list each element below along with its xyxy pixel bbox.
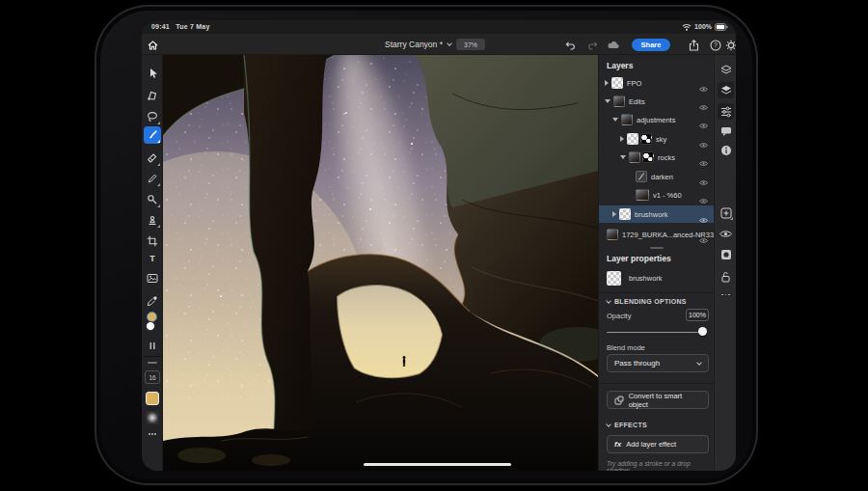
background-color-chip[interactable] xyxy=(146,321,155,331)
flyout-indicator xyxy=(157,122,160,124)
move-tool[interactable] xyxy=(144,65,161,82)
layer-thumbnail xyxy=(627,133,638,145)
layer-row-darken[interactable]: darken xyxy=(599,168,715,185)
panel-drag-handle[interactable] xyxy=(650,247,664,249)
layer-row-sky[interactable]: sky xyxy=(599,130,715,148)
toolbar-more-button[interactable] xyxy=(144,428,161,440)
smudge-tool[interactable] xyxy=(144,191,161,208)
flyout-indicator xyxy=(157,163,160,166)
layer-row-1729-burka[interactable]: 1729_BURKA...anced-NR33 xyxy=(599,226,715,243)
type-tool[interactable]: T xyxy=(144,250,161,267)
app-top-bar: Starry Canyon * 37% Share xyxy=(142,34,736,55)
zoom-level-badge[interactable]: 37% xyxy=(456,39,485,50)
clone-stamp-tool[interactable] xyxy=(144,211,161,229)
crop-tool[interactable] xyxy=(144,232,161,250)
layer-row-brushwork-selected[interactable]: brushwork xyxy=(599,205,715,223)
layer-thumbnail xyxy=(619,208,631,220)
collapse-chevron-icon[interactable] xyxy=(620,155,626,159)
slider-knob[interactable] xyxy=(698,327,707,336)
smart-object-icon xyxy=(614,396,624,405)
lasso-select-tool[interactable] xyxy=(144,108,161,125)
brush-tool[interactable] xyxy=(144,126,161,144)
layer-visibility-icon[interactable] xyxy=(718,226,734,242)
effects-hint-text: Try adding a stroke or a drop shadow. xyxy=(607,460,714,471)
settings-gear-icon[interactable] xyxy=(724,39,736,51)
layers-panel: Layers FPO Edits adjustments xyxy=(598,55,714,471)
vertical-bars-icon[interactable] xyxy=(144,339,161,352)
redo-button[interactable] xyxy=(585,39,598,51)
layer-thumbnail xyxy=(629,151,640,163)
share-button[interactable]: Share xyxy=(632,39,670,51)
document-title: Starry Canyon * xyxy=(385,40,443,49)
eraser-tool[interactable] xyxy=(144,150,161,167)
effects-section-label: EFFECTS xyxy=(614,422,647,428)
effects-section[interactable]: EFFECTS xyxy=(607,422,647,428)
collapse-chevron-icon[interactable] xyxy=(612,118,618,122)
collapse-chevron-icon[interactable] xyxy=(605,99,610,103)
flyout-indicator xyxy=(157,205,160,207)
pencil-tool[interactable] xyxy=(144,170,161,187)
clock: 09:41 xyxy=(151,23,170,30)
layer-row-adjustments[interactable]: adjustments xyxy=(599,111,715,128)
adjustments-sliders-icon[interactable] xyxy=(718,103,734,120)
color-chips[interactable] xyxy=(145,312,160,335)
layer-thumbnail xyxy=(621,114,633,125)
adjustment-curve-thumbnail xyxy=(636,171,647,182)
document-title-group[interactable]: Starry Canyon * 37% xyxy=(385,38,485,51)
cloud-sync-icon[interactable] xyxy=(608,39,620,51)
slider-track[interactable] xyxy=(607,332,707,334)
layers-panel-icon[interactable] xyxy=(718,62,734,78)
home-indicator[interactable] xyxy=(364,463,511,466)
layer-row-edits[interactable]: Edits xyxy=(599,93,715,110)
add-layer-effect-button[interactable]: fx Add layer effect xyxy=(607,435,709,453)
transform-tool[interactable] xyxy=(144,87,161,104)
fx-icon: fx xyxy=(614,440,621,449)
comments-icon[interactable] xyxy=(718,123,734,140)
panel-divider xyxy=(599,383,715,384)
brush-color-swatch[interactable] xyxy=(146,392,159,405)
opacity-slider[interactable] xyxy=(607,327,707,337)
layer-row-rocks[interactable]: rocks xyxy=(599,149,715,166)
flyout-indicator xyxy=(730,217,733,220)
undo-button[interactable] xyxy=(564,39,577,51)
visibility-eye-icon[interactable] xyxy=(699,231,708,248)
chevron-down-icon xyxy=(696,360,702,366)
brush-size-box[interactable]: 16 xyxy=(145,370,160,384)
compact-layers-icon[interactable] xyxy=(718,82,734,98)
export-icon[interactable] xyxy=(688,39,700,51)
battery-icon xyxy=(715,23,728,31)
expand-chevron-icon[interactable] xyxy=(605,80,609,86)
home-button[interactable] xyxy=(147,39,159,51)
add-layer-icon[interactable] xyxy=(718,205,734,221)
expand-chevron-icon[interactable] xyxy=(612,211,616,217)
layer-thumbnail xyxy=(611,77,623,89)
opacity-label: Opacity xyxy=(607,312,631,320)
layer-row-fpo[interactable]: FPO xyxy=(599,74,715,92)
add-layer-effect-label: Add layer effect xyxy=(626,440,676,449)
brush-hardness-preview[interactable] xyxy=(146,411,159,424)
info-icon[interactable] xyxy=(718,142,734,158)
convert-smart-object-button[interactable]: Convert to smart object xyxy=(607,391,709,409)
blending-options-section[interactable]: BLENDING OPTIONS xyxy=(607,298,687,305)
wifi-icon xyxy=(682,23,692,31)
unlock-icon[interactable] xyxy=(718,268,734,285)
photo-canvas[interactable] xyxy=(163,55,598,471)
expand-chevron-icon[interactable] xyxy=(620,136,624,142)
blend-mode-dropdown[interactable]: Pass through xyxy=(607,354,709,372)
eyedropper-tool[interactable] xyxy=(144,292,161,310)
type-tool-glyph: T xyxy=(149,254,155,263)
toolbar-divider xyxy=(144,356,161,357)
place-photo-tool[interactable] xyxy=(144,269,161,286)
battery-percent: 100% xyxy=(694,23,712,30)
layer-mask-icon[interactable] xyxy=(718,246,734,262)
blending-section-label: BLENDING OPTIONS xyxy=(614,298,687,305)
layer-thumbnail xyxy=(613,95,625,107)
taskbar-more-button[interactable] xyxy=(718,286,734,303)
flyout-indicator xyxy=(157,183,160,186)
layer-row-v1[interactable]: v1 - %60 xyxy=(599,186,715,204)
active-layer-thumbnail xyxy=(607,271,621,286)
opacity-value-box[interactable]: 100% xyxy=(686,309,709,321)
help-button[interactable]: ? xyxy=(709,39,721,51)
blend-mode-label: Blend mode xyxy=(607,343,645,352)
layer-properties-header: Layer properties xyxy=(607,254,671,263)
